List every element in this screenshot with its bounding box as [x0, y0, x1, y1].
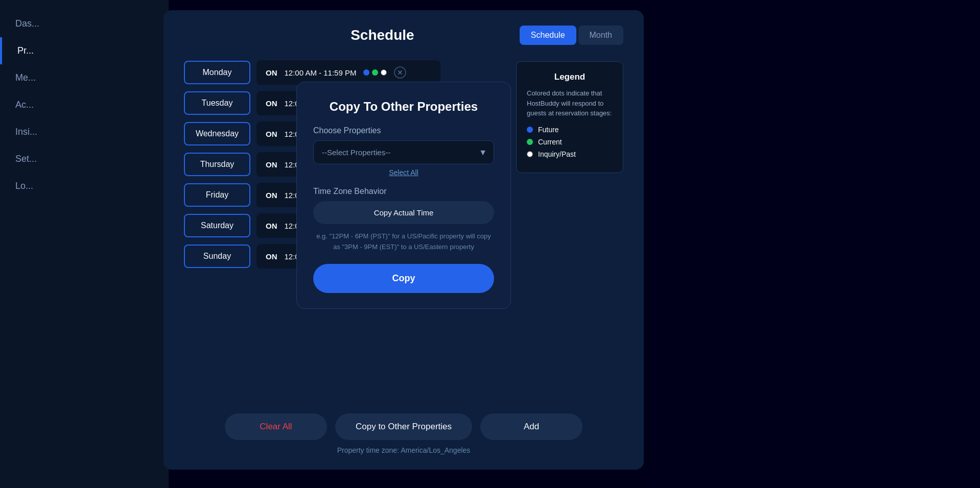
sidebar-item-insights[interactable]: Insi...	[0, 118, 169, 145]
dot-current-monday	[372, 69, 378, 76]
sidebar-item-messages[interactable]: Me...	[0, 64, 169, 91]
dot-future-monday	[363, 69, 369, 76]
day-button-tuesday[interactable]: Tuesday	[184, 91, 250, 115]
copy-modal-title: Copy To Other Properties	[313, 100, 494, 114]
copy-to-properties-modal: Copy To Other Properties Choose Properti…	[296, 82, 511, 309]
choose-properties-label: Choose Properties	[313, 126, 494, 135]
legend-label-future: Future	[538, 126, 558, 134]
legend-label-inquiry: Inquiry/Past	[538, 150, 576, 158]
sidebar-item-dashboard[interactable]: Das...	[0, 10, 169, 37]
on-badge-saturday: ON	[266, 222, 277, 230]
legend-box: Legend Colored dots indicate that HostBu…	[516, 61, 623, 173]
properties-select[interactable]: --Select Properties--	[313, 140, 494, 164]
month-button[interactable]: Month	[578, 26, 623, 45]
dots-monday	[363, 69, 387, 76]
on-badge-friday: ON	[266, 191, 277, 200]
sidebar-item-properties[interactable]: Pr...	[0, 37, 169, 64]
sidebar: Das... Pr... Me... Ac... Insi... Set... …	[0, 0, 169, 488]
select-all-link[interactable]: Select All	[313, 168, 494, 177]
legend-description: Colored dots indicate that HostBuddy wil…	[527, 88, 613, 118]
legend-title: Legend	[527, 72, 613, 82]
add-button[interactable]: Add	[480, 413, 582, 440]
sidebar-item-settings[interactable]: Set...	[0, 145, 169, 173]
legend-dot-current	[527, 139, 533, 145]
modal-header: Schedule Schedule Month	[184, 26, 623, 45]
delete-monday[interactable]: ✕	[394, 66, 406, 79]
timezone-option[interactable]: Copy Actual Time	[313, 201, 494, 224]
timezone-example: e.g. "12PM - 6PM (PST)" for a US/Pacific…	[313, 231, 494, 253]
on-badge-thursday: ON	[266, 160, 277, 169]
legend-dot-future	[527, 127, 533, 133]
legend-label-current: Current	[538, 138, 562, 146]
sidebar-item-logout[interactable]: Lo...	[0, 173, 169, 200]
day-button-wednesday[interactable]: Wednesday	[184, 122, 250, 145]
legend-item-future: Future	[527, 126, 613, 134]
on-badge-tuesday: ON	[266, 99, 277, 108]
on-badge-wednesday: ON	[266, 130, 277, 138]
clear-all-button[interactable]: Clear All	[225, 413, 327, 440]
time-slot-monday: ON 12:00 AM - 11:59 PM ✕	[256, 60, 440, 85]
copy-button[interactable]: Copy	[313, 264, 494, 293]
legend-item-inquiry: Inquiry/Past	[527, 150, 613, 158]
time-text-monday: 12:00 AM - 11:59 PM	[285, 68, 357, 77]
day-button-sunday[interactable]: Sunday	[184, 245, 250, 268]
legend-item-current: Current	[527, 138, 613, 146]
sidebar-item-activity[interactable]: Ac...	[0, 91, 169, 118]
legend-dot-inquiry	[527, 151, 533, 157]
schedule-button[interactable]: Schedule	[520, 26, 576, 45]
select-wrapper: --Select Properties-- ▼	[313, 140, 494, 164]
day-button-monday[interactable]: Monday	[184, 61, 250, 84]
header-buttons: Schedule Month	[520, 26, 623, 45]
on-badge-monday: ON	[266, 68, 277, 77]
dot-inquiry-monday	[381, 69, 387, 76]
bottom-buttons: Clear All Copy to Other Properties Add	[184, 403, 623, 440]
copy-to-other-properties-button[interactable]: Copy to Other Properties	[335, 413, 472, 440]
day-button-friday[interactable]: Friday	[184, 183, 250, 207]
day-button-thursday[interactable]: Thursday	[184, 153, 250, 176]
on-badge-sunday: ON	[266, 252, 277, 261]
timezone-behavior-label: Time Zone Behavior	[313, 187, 494, 196]
timezone-note: Property time zone: America/Los_Angeles	[184, 446, 623, 454]
day-button-saturday[interactable]: Saturday	[184, 214, 250, 237]
modal-title: Schedule	[245, 27, 520, 43]
